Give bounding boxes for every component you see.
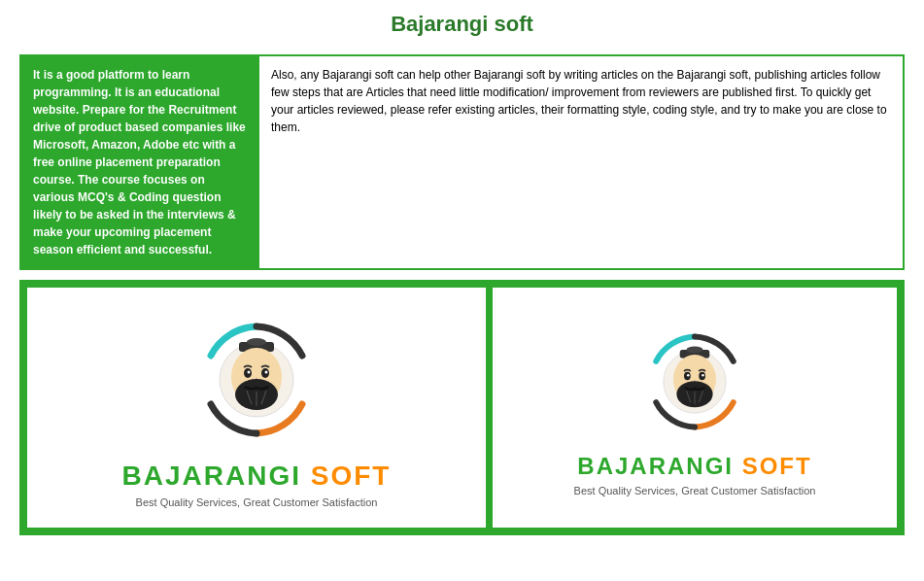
svg-point-3 xyxy=(247,338,266,346)
logo-name-left: BAJARANGI SOFT xyxy=(122,461,392,492)
svg-point-17 xyxy=(687,374,690,377)
page-title: Bajarangi soft xyxy=(0,0,924,47)
svg-point-7 xyxy=(248,371,251,374)
logo-box-right: BAJARANGI SOFT Best Quality Services, Gr… xyxy=(491,286,899,530)
logo-name-part2-right: SOFT xyxy=(742,453,812,480)
logo-graphic-left xyxy=(193,317,320,443)
logo-box-left: BAJARANGI SOFT Best Quality Services, Gr… xyxy=(25,286,488,530)
logo-name-right: BAJARANGI SOFT xyxy=(577,453,811,480)
logo-name-part1: BAJARANGI xyxy=(122,461,301,492)
logo-name-part2: SOFT xyxy=(311,461,392,492)
logo-name-part1-right: BAJARANGI xyxy=(577,453,734,480)
logo-tagline-left: Best Quality Services, Great Customer Sa… xyxy=(136,496,378,508)
svg-point-8 xyxy=(265,371,268,374)
content-section: It is a good platform to learn programmi… xyxy=(19,54,905,270)
logos-section: BAJARANGI SOFT Best Quality Services, Gr… xyxy=(19,280,905,535)
logo-tagline-right: Best Quality Services, Great Customer Sa… xyxy=(574,485,816,496)
svg-point-18 xyxy=(702,374,704,377)
content-left-text: It is a good platform to learn programmi… xyxy=(21,56,259,268)
content-right-text: Also, any Bajarangi soft can help other … xyxy=(259,56,903,268)
logo-graphic-right xyxy=(641,328,748,435)
svg-point-13 xyxy=(687,347,703,354)
